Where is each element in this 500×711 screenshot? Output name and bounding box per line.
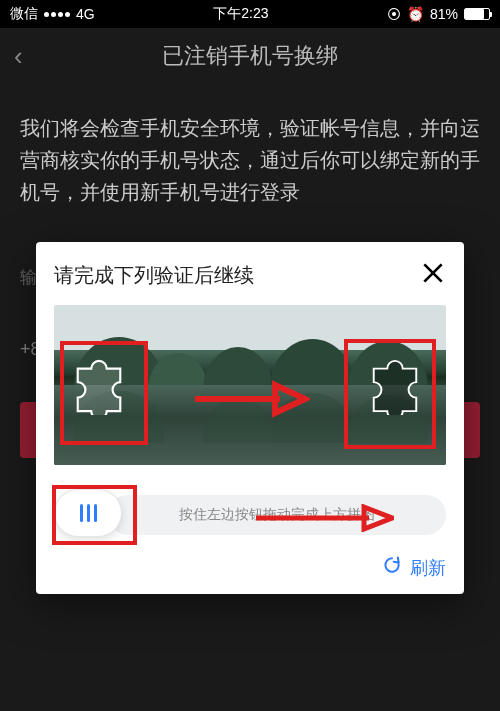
page-title: 已注销手机号换绑 (0, 41, 500, 71)
close-icon (420, 260, 446, 286)
annotation-arrow-slider (254, 504, 394, 536)
captcha-modal: 请完成下列验证后继续 (36, 242, 464, 594)
battery-icon (464, 8, 490, 20)
nav-bar: ‹ 已注销手机号换绑 (0, 28, 500, 84)
status-bar: 微信 4G 下午2:23 ⦿ ⏰ 81% (0, 0, 500, 28)
location-icon: ⦿ (387, 6, 401, 22)
alarm-icon: ⏰ (407, 6, 424, 22)
network-label: 4G (76, 6, 95, 22)
carrier-label: 微信 (10, 5, 38, 23)
clock-label: 下午2:23 (213, 5, 268, 23)
annotation-arrow-image (190, 379, 310, 423)
refresh-label: 刷新 (410, 556, 446, 580)
refresh-icon (382, 555, 402, 580)
page-description: 我们将会检查手机安全环境，验证帐号信息，并向运营商核实你的手机号状态，通过后你可… (0, 84, 500, 208)
annotation-box-handle (52, 485, 137, 545)
signal-icon (44, 12, 70, 17)
captcha-title: 请完成下列验证后继续 (54, 262, 254, 289)
battery-pct: 81% (430, 6, 458, 22)
close-button[interactable] (420, 260, 446, 291)
annotation-box-target (344, 339, 436, 449)
captcha-slider[interactable]: 按住左边按钮拖动完成上方拼图 (54, 489, 446, 539)
captcha-image[interactable] (54, 305, 446, 465)
refresh-button[interactable]: 刷新 (54, 555, 446, 580)
back-button[interactable]: ‹ (14, 41, 23, 72)
status-left: 微信 4G (10, 5, 95, 23)
status-right: ⦿ ⏰ 81% (387, 6, 490, 22)
annotation-box-source (60, 341, 148, 445)
